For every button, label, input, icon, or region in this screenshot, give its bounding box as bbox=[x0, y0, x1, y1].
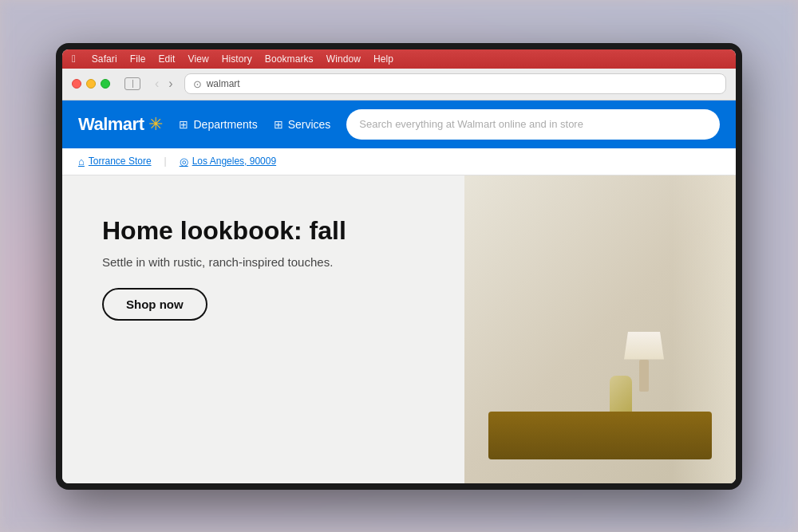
services-label: Services bbox=[288, 118, 331, 131]
walmart-spark-icon: ✳ bbox=[148, 114, 163, 135]
close-button[interactable] bbox=[72, 79, 81, 89]
store-location-item[interactable]: ⌂ Torrance Store bbox=[78, 156, 152, 167]
menu-help[interactable]: Help bbox=[373, 53, 393, 65]
hero-subtitle: Settle in with rustic, ranch-inspired to… bbox=[102, 255, 346, 269]
walmart-navbar: Walmart ✳ ⊞ Departments ⊞ Services Searc… bbox=[62, 100, 736, 148]
safari-toolbar: ‹ › ⊙ walmart bbox=[62, 69, 736, 100]
walmart-wordmark: Walmart bbox=[78, 114, 144, 135]
location-bar: ⌂ Torrance Store | ◎ Los Angeles, 90009 bbox=[62, 148, 736, 175]
departments-link[interactable]: ⊞ Departments bbox=[179, 118, 257, 131]
menu-file[interactable]: File bbox=[130, 53, 146, 65]
lamp-base bbox=[639, 360, 649, 392]
navigation-buttons: ‹ › bbox=[152, 77, 176, 90]
traffic-lights bbox=[72, 79, 110, 89]
macos-menubar:  Safari File Edit View History Bookmark… bbox=[62, 49, 736, 69]
hero-section: Home lookbook: fall Settle in with rusti… bbox=[102, 207, 346, 321]
store-icon: ⌂ bbox=[78, 156, 85, 167]
table-decoration bbox=[488, 316, 712, 459]
nav-links: ⊞ Departments ⊞ Services bbox=[179, 118, 330, 131]
menu-edit[interactable]: Edit bbox=[158, 53, 175, 65]
reader-icon: ⊙ bbox=[193, 78, 202, 90]
search-placeholder: Search everything at Walmart online and … bbox=[359, 118, 583, 130]
address-bar[interactable]: ⊙ walmart bbox=[184, 73, 726, 94]
minimize-button[interactable] bbox=[86, 79, 96, 89]
lamp-shade bbox=[624, 332, 664, 360]
table-surface bbox=[488, 412, 712, 459]
screen:  Safari File Edit View History Bookmark… bbox=[62, 49, 736, 483]
main-content: Home lookbook: fall Settle in with rusti… bbox=[62, 175, 736, 483]
shop-now-button[interactable]: Shop now bbox=[102, 288, 207, 321]
departments-label: Departments bbox=[193, 118, 257, 131]
services-link[interactable]: ⊞ Services bbox=[274, 118, 331, 131]
sidebar-toggle-button[interactable] bbox=[124, 77, 140, 90]
forward-button[interactable]: › bbox=[165, 77, 176, 90]
walmart-logo[interactable]: Walmart ✳ bbox=[78, 114, 163, 135]
city-location-item[interactable]: ◎ Los Angeles, 90009 bbox=[180, 156, 276, 167]
menu-bookmarks[interactable]: Bookmarks bbox=[265, 53, 314, 65]
back-button[interactable]: ‹ bbox=[152, 77, 162, 90]
menu-view[interactable]: View bbox=[188, 53, 209, 65]
maximize-button[interactable] bbox=[101, 79, 110, 89]
location-separator: | bbox=[164, 156, 167, 167]
location-pin-icon: ◎ bbox=[180, 156, 188, 167]
monitor:  Safari File Edit View History Bookmark… bbox=[56, 43, 742, 490]
menu-safari[interactable]: Safari bbox=[92, 53, 117, 65]
apple-icon:  bbox=[72, 53, 76, 65]
services-icon: ⊞ bbox=[274, 118, 283, 131]
menu-history[interactable]: History bbox=[222, 53, 252, 65]
hero-title: Home lookbook: fall bbox=[102, 215, 346, 246]
city-label: Los Angeles, 90009 bbox=[192, 156, 276, 167]
search-bar[interactable]: Search everything at Walmart online and … bbox=[346, 109, 720, 140]
store-label: Torrance Store bbox=[89, 156, 152, 167]
address-text: walmart bbox=[207, 78, 240, 89]
departments-icon: ⊞ bbox=[179, 118, 188, 131]
vase-decoration bbox=[610, 376, 632, 416]
menu-window[interactable]: Window bbox=[326, 53, 361, 65]
hero-image bbox=[464, 175, 736, 483]
